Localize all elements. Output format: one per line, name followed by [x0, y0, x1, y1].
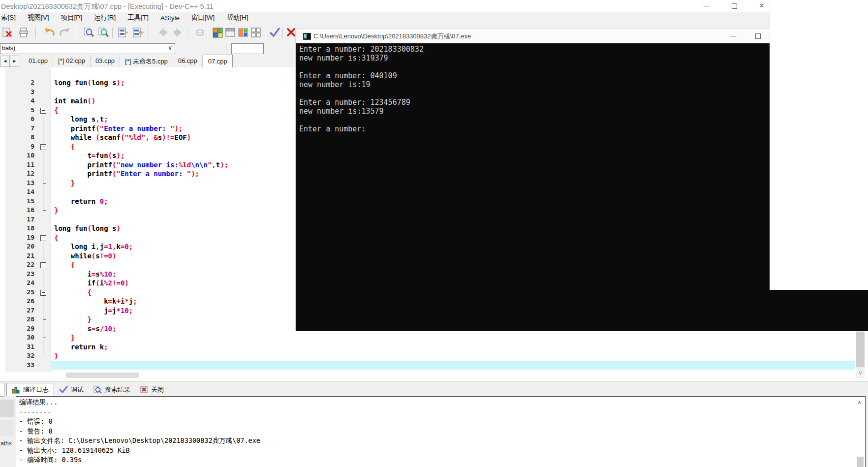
line-number: 5: [5, 106, 35, 115]
replace-icon[interactable]: [117, 27, 130, 39]
menu-item[interactable]: 窗口[W]: [186, 13, 220, 22]
class-navigator-combobox[interactable]: bals) ∨: [0, 43, 175, 54]
menu-item[interactable]: AStyle: [155, 14, 186, 22]
menu-item[interactable]: 工具[T]: [122, 13, 155, 22]
maximize-button[interactable]: [726, 0, 742, 11]
report-tab-partial[interactable]: [0, 383, 4, 397]
editor-line[interactable]: 30 }: [5, 333, 855, 342]
log-vscrollbar-thumb[interactable]: [857, 457, 864, 467]
fold-guide: [35, 169, 51, 179]
editor-line[interactable]: 33: [5, 361, 855, 370]
class-navigator-value: bals): [2, 45, 15, 52]
console-title: C:\Users\Lenovo\Desktop\202183300832龚万彧\…: [313, 32, 471, 41]
vertical-separator: [226, 44, 226, 54]
line-number: 13: [5, 179, 35, 188]
tab-scroll-right-button[interactable]: ►: [10, 56, 19, 67]
scroll-up-icon[interactable]: ∧: [856, 399, 863, 406]
scroll-down-icon[interactable]: ∨: [856, 368, 865, 377]
grid-outline-icon[interactable]: [250, 27, 263, 39]
find-in-files-icon[interactable]: [97, 27, 110, 39]
debug-tab[interactable]: 调试: [54, 383, 89, 396]
fold-marker-icon[interactable]: [35, 142, 51, 152]
line-number: 15: [5, 197, 35, 206]
editor-tab[interactable]: 06.cpp: [173, 55, 203, 67]
line-number: 6: [5, 115, 35, 124]
side-button-partial[interactable]: [0, 420, 14, 436]
close-file-icon[interactable]: [1, 27, 14, 39]
window-color-icon[interactable]: [237, 27, 250, 39]
minimize-button[interactable]: —: [699, 0, 714, 11]
overlay-window: [770, 0, 868, 290]
line-number: 17: [5, 215, 35, 224]
fold-marker-icon[interactable]: [35, 106, 51, 115]
app-titlebar: Desktop\202183300832龚万彧\07.cpp - [Execut…: [0, 0, 868, 13]
close-button[interactable]: ✕: [754, 0, 770, 11]
fold-guide: [35, 124, 51, 133]
report-tab-label: 关闭: [151, 385, 164, 394]
toolbar-separator: [188, 28, 189, 38]
console-minimize-button[interactable]: —: [727, 30, 740, 42]
line-number: 28: [5, 315, 35, 324]
close-tab[interactable]: 关闭: [135, 383, 169, 396]
search-results-tab[interactable]: 搜索结果: [89, 383, 135, 396]
undo-icon[interactable]: [43, 27, 56, 39]
fold-guide: [35, 224, 51, 233]
editor-tab[interactable]: 01.cpp: [24, 55, 53, 67]
report-tabs: 编译日志调试搜索结果关闭: [6, 383, 169, 396]
member-combobox[interactable]: [231, 43, 264, 54]
print-icon[interactable]: [18, 27, 31, 39]
toolbar-separator: [265, 28, 266, 38]
find-icon[interactable]: [83, 27, 95, 39]
menu-item[interactable]: 帮助[H]: [220, 13, 254, 22]
editor-tab[interactable]: 07.cpp: [203, 55, 233, 67]
fold-guide: [35, 351, 51, 361]
goto-back-icon[interactable]: [156, 27, 169, 39]
fold-guide: [35, 333, 51, 342]
fold-guide: [35, 197, 51, 206]
editor-tab[interactable]: [*] 未命名5.cpp: [120, 55, 173, 67]
code-text: }: [51, 333, 855, 342]
fold-marker-icon[interactable]: [35, 233, 51, 243]
redo-icon[interactable]: [58, 27, 71, 39]
line-number: 8: [5, 133, 35, 142]
line-number: 22: [5, 260, 35, 270]
fold-marker-icon[interactable]: [35, 260, 51, 270]
editor-vscrollbar-thumb[interactable]: [856, 332, 865, 367]
line-number: 29: [5, 324, 35, 334]
menu-item[interactable]: 运行[R]: [88, 13, 122, 22]
fold-guide: [35, 160, 51, 170]
line-number: 7: [5, 124, 35, 133]
code-text: }: [51, 351, 855, 361]
fold-guide: [35, 324, 51, 334]
report-tab-label: 编译日志: [23, 385, 49, 394]
fold-guide: [35, 206, 51, 215]
goto-line-icon[interactable]: [194, 27, 207, 39]
fold-guide: [35, 342, 51, 352]
console-maximize-icon: [755, 33, 761, 39]
fold-guide: [35, 96, 51, 106]
syntax-check-icon[interactable]: [269, 27, 281, 39]
fold-guide: [35, 187, 51, 197]
check-icon: [59, 386, 68, 393]
fold-guide: [35, 215, 51, 224]
editor-line[interactable]: 32}: [5, 351, 855, 361]
editor-tab[interactable]: [*] 02.cpp: [53, 55, 91, 67]
console-text: Enter a number: 202183300832 new number …: [299, 45, 424, 133]
replace-all-icon[interactable]: [132, 27, 145, 39]
tab-scroll-left-button[interactable]: ◄: [0, 56, 10, 67]
project-options-icon[interactable]: [212, 27, 224, 39]
menu-item[interactable]: 视图[V]: [22, 13, 55, 22]
fold-marker-icon[interactable]: [35, 288, 51, 297]
editor-tab[interactable]: 03.cpp: [91, 55, 120, 67]
menu-item[interactable]: 索[S]: [0, 13, 22, 22]
line-number: 33: [5, 361, 35, 370]
compile-log-tab[interactable]: 编译日志: [6, 383, 54, 396]
goto-forward-icon[interactable]: [171, 27, 184, 39]
editor-hscrollbar-thumb[interactable]: [65, 373, 139, 378]
fold-guide: [35, 297, 51, 306]
window-plain-icon[interactable]: [224, 27, 237, 39]
side-button-partial[interactable]: [0, 400, 14, 417]
console-maximize-button[interactable]: [751, 30, 764, 42]
editor-line[interactable]: 31 return k;: [5, 342, 855, 352]
menu-item[interactable]: 项目[P]: [55, 13, 89, 22]
